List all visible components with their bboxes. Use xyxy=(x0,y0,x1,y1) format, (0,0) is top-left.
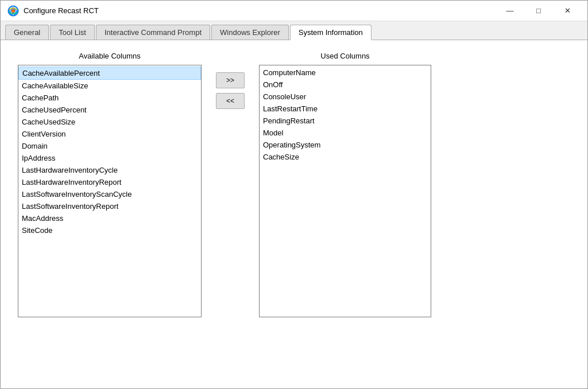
transfer-buttons: >> << xyxy=(213,52,247,109)
list-item[interactable]: LastHardwareInventoryCycle xyxy=(18,164,201,176)
list-item[interactable]: OnOff xyxy=(260,79,431,91)
close-button[interactable]: ✕ xyxy=(554,3,581,19)
list-item[interactable]: CacheUsedSize xyxy=(18,116,201,128)
available-columns-heading: Available Columns xyxy=(79,52,140,60)
used-columns-heading: Used Columns xyxy=(320,52,369,60)
list-item[interactable]: LastSoftwareInventoryScanCycle xyxy=(18,188,201,200)
maximize-button[interactable]: □ xyxy=(525,3,552,19)
list-item[interactable]: CacheAvailableSize xyxy=(18,80,201,92)
list-item[interactable]: OperatingSystem xyxy=(260,139,431,151)
list-item[interactable]: ClientVersion xyxy=(18,128,201,140)
list-item[interactable]: LastRestartTime xyxy=(260,103,431,115)
window-title: Configure Recast RCT xyxy=(24,6,99,15)
list-item[interactable]: SiteCode xyxy=(18,224,201,236)
svg-point-1 xyxy=(11,9,15,13)
tab-tool-list[interactable]: Tool List xyxy=(50,25,95,40)
content-area: Available Columns CacheAvailablePercent … xyxy=(1,40,587,388)
used-columns-list[interactable]: ComputerName OnOff ConsoleUser LastResta… xyxy=(259,65,431,317)
list-item[interactable]: CacheAvailablePercent xyxy=(18,67,201,80)
list-item[interactable]: ComputerName xyxy=(260,67,431,79)
tab-system-information[interactable]: System Information xyxy=(290,25,372,40)
app-icon xyxy=(7,5,19,17)
list-item[interactable]: ConsoleUser xyxy=(260,91,431,103)
list-item[interactable]: Domain xyxy=(18,140,201,152)
available-columns-section: Available Columns CacheAvailablePercent … xyxy=(18,52,202,317)
title-bar: Configure Recast RCT — □ ✕ xyxy=(1,1,587,21)
list-item[interactable]: MacAddress xyxy=(18,212,201,224)
list-item[interactable]: IpAddress xyxy=(18,152,201,164)
available-columns-list[interactable]: CacheAvailablePercent CacheAvailableSize… xyxy=(18,65,202,317)
title-bar-left: Configure Recast RCT xyxy=(7,5,99,17)
list-item[interactable]: PendingRestart xyxy=(260,115,431,127)
title-bar-controls: — □ ✕ xyxy=(497,3,581,19)
list-item[interactable]: LastSoftwareInventoryReport xyxy=(18,200,201,212)
tab-interactive-command-prompt[interactable]: Interactive Command Prompt xyxy=(96,25,210,40)
list-item[interactable]: CacheSize xyxy=(260,151,431,163)
main-window: Configure Recast RCT — □ ✕ General Tool … xyxy=(0,0,588,389)
list-item[interactable]: Model xyxy=(260,127,431,139)
list-item[interactable]: CacheUsedPercent xyxy=(18,104,201,116)
list-item[interactable]: CachePath xyxy=(18,92,201,104)
remove-from-used-button[interactable]: << xyxy=(216,93,245,109)
add-to-used-button[interactable]: >> xyxy=(216,72,245,88)
tab-general[interactable]: General xyxy=(5,25,49,40)
tab-bar: General Tool List Interactive Command Pr… xyxy=(1,21,587,40)
columns-container: Available Columns CacheAvailablePercent … xyxy=(18,52,570,377)
used-columns-section: Used Columns ComputerName OnOff ConsoleU… xyxy=(259,52,431,317)
list-item[interactable]: LastHardwareInventoryReport xyxy=(18,176,201,188)
tab-windows-explorer[interactable]: Windows Explorer xyxy=(211,25,289,40)
minimize-button[interactable]: — xyxy=(497,3,523,19)
